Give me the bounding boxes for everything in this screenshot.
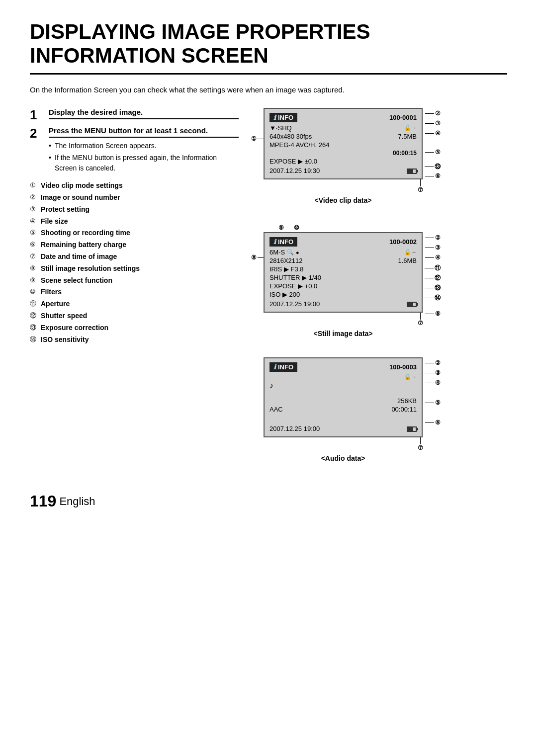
- audio-mic-row: ♪: [269, 381, 417, 390]
- right-column: ① ② ③ ④ ⑤ ⑥: [254, 108, 507, 472]
- item-8-label: Still image resolution settings: [41, 263, 140, 275]
- still-screen-number: 100-0002: [389, 238, 417, 246]
- video-row-1: ▼·SHQ 🔓→: [269, 124, 417, 132]
- still-row-2: 2816X2112 1.6MB: [269, 257, 417, 264]
- step-2-number: 2: [30, 126, 44, 141]
- bottom-line-video: [420, 179, 421, 186]
- item-3-label: Protect setting: [41, 204, 90, 216]
- ann-4-still: ④: [425, 254, 441, 261]
- list-item: ⑪ Aperture: [30, 298, 239, 310]
- ann-5-video: ⑤: [425, 149, 441, 156]
- item-12-num: ⑫: [30, 310, 39, 321]
- item-7-num: ⑦: [30, 251, 39, 262]
- still-info-badge: ℹ INFO: [269, 237, 297, 247]
- step-2-bullets: The Information Screen appears. If the M…: [49, 141, 239, 174]
- video-screen-number: 100-0001: [389, 114, 417, 121]
- main-layout: 1 Display the desired image. 2 Press the…: [30, 108, 507, 472]
- audio-aac-row: AAC 00:00:11: [269, 406, 417, 413]
- still-badge-text: INFO: [278, 238, 293, 246]
- bottom-line-still: [420, 313, 421, 320]
- still-iris: IRIS ▶ F3.8: [269, 265, 304, 273]
- ann-5-audio: ⑤: [425, 399, 441, 406]
- ann-4-audio: ④: [425, 379, 441, 386]
- video-badge-text: INFO: [278, 114, 293, 121]
- battery-icon-still: [407, 300, 417, 308]
- bottom-annotation-7-still: ⑦: [333, 313, 507, 327]
- still-row-1: 6M-S 🔍 ● 🔓→: [269, 249, 417, 256]
- ann-7-audio: ⑦: [418, 444, 423, 451]
- video-caption: <Video clip data>: [264, 196, 423, 204]
- still-iso: ISO ▶ 200: [269, 291, 300, 298]
- item-2-label: Image or sound number: [41, 192, 120, 204]
- step-1: 1 Display the desired image.: [30, 108, 239, 122]
- audio-screen-number: 100-0003: [389, 363, 417, 371]
- still-iso-row: ISO ▶ 200: [269, 291, 417, 298]
- ann-14-still: ⑭: [425, 294, 441, 302]
- still-expose: EXPOSE ▶ +0.0: [269, 282, 317, 290]
- ann-6-audio: ⑥: [425, 419, 441, 426]
- still-date: 2007.12.25 19:00: [269, 300, 320, 308]
- item-3-num: ③: [30, 204, 39, 215]
- bottom-annotation-7-audio: ⑦: [333, 437, 507, 451]
- still-info-screen: ② ③ ④ ⑪ ⑫ ⑬ ⑭: [264, 232, 423, 313]
- ann-7-video: ⑦: [418, 186, 423, 193]
- still-iris-row: IRIS ▶ F3.8: [269, 265, 417, 273]
- still-image-screen-block: ⑧ ⑨ ⑩ ② ③ ④ ⑪: [264, 224, 507, 337]
- step-2-body: The Information Screen appears. If the M…: [49, 141, 239, 174]
- step-2: 2 Press the MENU button for at least 1 s…: [30, 126, 239, 175]
- ann-11-still: ⑪: [425, 264, 441, 272]
- intro-text: On the Information Screen you can check …: [30, 84, 507, 96]
- list-item: ④ File size: [30, 216, 239, 228]
- item-10-num: ⑩: [30, 286, 39, 297]
- list-item: ⑭ ISO sensitivity: [30, 334, 239, 346]
- item-10-label: Filters: [41, 286, 62, 298]
- step-1-number: 1: [30, 108, 44, 122]
- item-8-num: ⑧: [30, 263, 39, 274]
- audio-info-badge: ℹ INFO: [269, 362, 297, 372]
- list-item: ⑤ Shooting or recording time: [30, 227, 239, 239]
- audio-screen-block: ② ③ ④ ⑤ ⑥ ℹ INFO: [264, 357, 507, 462]
- still-filesize: 1.6MB: [398, 257, 417, 264]
- item-11-num: ⑪: [30, 298, 39, 309]
- audio-caption: <Audio data>: [264, 454, 423, 462]
- list-item: ② Image or sound number: [30, 192, 239, 204]
- audio-bottom-row: 2007.12.25 19:00: [269, 425, 417, 432]
- video-info-badge: ℹ INFO: [269, 113, 297, 122]
- footer-number: 119: [30, 492, 56, 510]
- item-5-num: ⑤: [30, 227, 39, 238]
- still-info-header: ℹ INFO 100-0002: [269, 237, 417, 247]
- still-shutter: SHUTTER ▶ 1/40: [269, 274, 321, 281]
- item-14-num: ⑭: [30, 334, 39, 345]
- bottom-line-audio: [420, 437, 421, 444]
- video-format: ▼·SHQ: [269, 124, 292, 132]
- audio-format: AAC: [269, 406, 283, 413]
- audio-row-protect: 🔓→: [269, 374, 417, 380]
- audio-filesize: 256KB: [397, 397, 417, 405]
- video-bottom-row: 2007.12.25 19:30: [269, 167, 417, 174]
- audio-date: 2007.12.25 19:00: [269, 425, 320, 432]
- ann-13-still: ⑬: [425, 284, 441, 292]
- info-icon: ℹ: [273, 114, 276, 121]
- still-protect: 🔓→: [404, 249, 417, 255]
- bottom-annotation-7-video: ⑦: [333, 179, 507, 193]
- step-1-title: Display the desired image.: [49, 108, 239, 119]
- item-12-label: Shutter speed: [41, 310, 87, 322]
- filter-icon: ●: [296, 250, 299, 255]
- video-filesize: 7.5MB: [398, 133, 417, 140]
- item-13-num: ⑬: [30, 322, 39, 333]
- ann-10-still: ⑩: [294, 224, 299, 231]
- item-14-label: ISO sensitivity: [41, 334, 89, 346]
- item-6-num: ⑥: [30, 239, 39, 250]
- top-annotations-still: ⑨ ⑩: [278, 224, 507, 231]
- video-resolution: 640x480 30fps: [269, 133, 312, 140]
- still-expose-row: EXPOSE ▶ +0.0: [269, 282, 417, 290]
- list-item: ⑩ Filters: [30, 286, 239, 298]
- list-item: ⑫ Shutter speed: [30, 310, 239, 322]
- item-9-label: Scene select function: [41, 275, 112, 287]
- item-11-label: Aperture: [41, 298, 70, 310]
- audio-duration: 00:00:11: [391, 406, 417, 413]
- item-13-label: Exposure correction: [41, 322, 108, 334]
- item-1-label: Video clip mode settings: [41, 180, 123, 192]
- video-expose: EXPOSE ▶ ±0.0: [269, 158, 317, 165]
- item-1-num: ①: [30, 180, 39, 191]
